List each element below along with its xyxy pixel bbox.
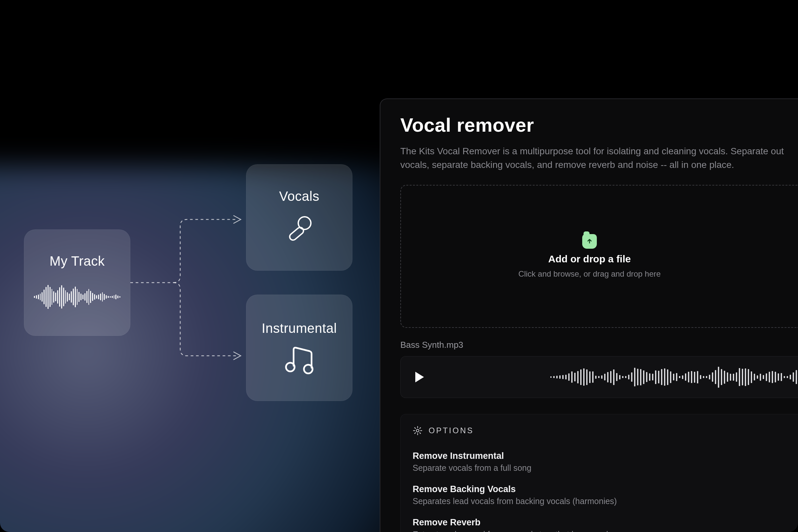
- split-arrows-icon: [130, 173, 247, 359]
- option-subtitle: Separates lead vocals from backing vocal…: [413, 496, 798, 506]
- source-track-label: My Track: [50, 254, 105, 269]
- file-dropzone[interactable]: Add or drop a file Click and browse, or …: [400, 185, 798, 328]
- option-title: Remove Reverb: [413, 517, 798, 528]
- gear-icon: [413, 425, 423, 436]
- vocal-remover-panel: Vocal remover The Kits Vocal Remover is …: [380, 98, 798, 532]
- page-title: Vocal remover: [400, 114, 798, 136]
- microphone-icon: [283, 213, 316, 246]
- svg-point-3: [304, 365, 312, 374]
- options-header-label: OPTIONS: [429, 426, 474, 435]
- svg-point-4: [416, 429, 419, 432]
- dropzone-title: Add or drop a file: [548, 253, 631, 265]
- audio-player: [400, 356, 798, 398]
- play-button[interactable]: [415, 372, 424, 382]
- options-section: OPTIONS Remove Instrumental Separate voc…: [400, 414, 798, 532]
- option-remove-backing-vocals[interactable]: Remove Backing Vocals Separates lead voc…: [413, 484, 798, 506]
- option-remove-instrumental[interactable]: Remove Instrumental Separate vocals from…: [413, 451, 798, 473]
- dropzone-subtitle: Click and browse, or drag and drop here: [518, 269, 661, 279]
- svg-point-2: [286, 363, 294, 372]
- option-title: Remove Instrumental: [413, 451, 798, 461]
- instrumental-card: Instrumental: [246, 294, 353, 401]
- source-waveform-icon: [34, 282, 120, 312]
- svg-rect-1: [288, 226, 305, 241]
- option-subtitle: Extracts a dry vocal from a vocal stem t…: [413, 530, 798, 532]
- vocals-label: Vocals: [279, 189, 320, 204]
- current-filename: Bass Synth.mp3: [400, 340, 798, 350]
- option-title: Remove Backing Vocals: [413, 484, 798, 494]
- instrumental-label: Instrumental: [262, 321, 337, 336]
- music-note-icon: [281, 342, 318, 375]
- page-description: The Kits Vocal Remover is a multipurpose…: [400, 145, 798, 172]
- player-waveform-icon[interactable]: [550, 364, 798, 391]
- upload-folder-icon: [582, 234, 597, 249]
- option-remove-reverb[interactable]: Remove Reverb Extracts a dry vocal from …: [413, 517, 798, 532]
- option-subtitle: Separate vocals from a full song: [413, 463, 798, 473]
- vocals-card: Vocals: [246, 164, 353, 271]
- source-track-card: My Track: [24, 229, 130, 336]
